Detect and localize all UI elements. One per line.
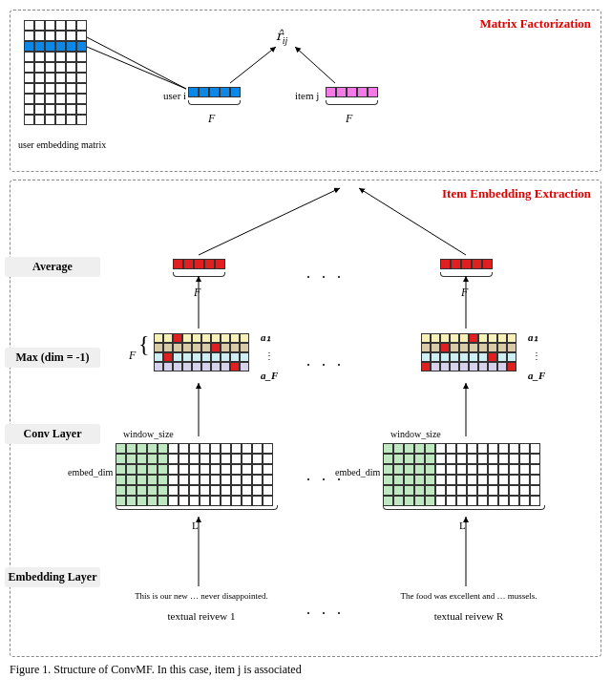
svg-line-1 (87, 37, 186, 89)
svg-line-4 (199, 188, 340, 255)
L-brace-right (383, 505, 545, 510)
iee-title: Item Embedding Extraction (442, 186, 591, 202)
avg-vector-left (173, 259, 225, 269)
user-F-label: F (208, 112, 215, 126)
review-1-text: This is our new … never disappointed. (106, 591, 297, 601)
feature-map-left (154, 333, 249, 371)
user-i-vector (188, 87, 241, 97)
stage-embedding-label: Embedding Layer (5, 567, 100, 587)
ellipsis-reviews: . . . (306, 601, 345, 618)
ellipsis-avg: . . . (306, 265, 345, 282)
avg-brace-right (440, 272, 493, 277)
window-size-right: window_size (390, 429, 441, 439)
a1-left: a₁ (261, 331, 270, 344)
avg-brace-left (173, 272, 225, 277)
item-brace (326, 100, 378, 105)
predicted-rating: r̂ij (276, 28, 287, 46)
stage-conv-label: Conv Layer (5, 424, 100, 444)
vdots-left: ⋮ (264, 350, 274, 361)
user-matrix-label: user embedding matrix (18, 139, 106, 150)
avg-F-right: F (461, 286, 468, 300)
review-R-label: textual reivew R (373, 610, 564, 622)
L-right: L (459, 520, 466, 531)
aF-left: a_F (261, 370, 278, 381)
feature-map-right (421, 333, 516, 371)
stage-max-label: Max (dim = -1) (5, 348, 100, 368)
user-embedding-matrix (24, 20, 87, 125)
stage-average-label: Average (5, 257, 100, 277)
avg-vector-right (440, 259, 493, 269)
user-i-label: user i (163, 90, 186, 101)
figure-convmf: Matrix Factorization user embedding matr… (10, 10, 601, 677)
review-1-label: textual reivew 1 (106, 610, 297, 622)
embed-dim-left: embed_dim (68, 467, 113, 477)
item-j-vector (326, 87, 378, 97)
aF-right: a_F (528, 370, 545, 381)
svg-line-0 (87, 47, 186, 89)
item-embedding-extraction-panel: Item Embedding Extraction Average Max (d… (10, 180, 601, 657)
embedding-grid-left (116, 443, 273, 506)
window-size-left: window_size (123, 429, 174, 439)
ellipsis-fmap: . . . (306, 352, 345, 370)
avg-F-left: F (194, 286, 200, 300)
fmap-F-left: F (129, 349, 136, 363)
svg-line-2 (230, 47, 276, 83)
vdots-right: ⋮ (532, 350, 541, 361)
a1-right: a₁ (528, 331, 537, 344)
figure-caption: Figure 1. Structure of ConvMF. In this c… (10, 663, 601, 677)
mf-title: Matrix Factorization (479, 16, 591, 32)
matrix-factorization-panel: Matrix Factorization user embedding matr… (10, 10, 601, 172)
fmap-brace-left: { (138, 331, 150, 357)
svg-line-3 (295, 47, 335, 83)
user-brace (188, 100, 241, 105)
item-F-label: F (346, 112, 352, 126)
item-j-label: item j (295, 90, 319, 101)
review-R-text: The food was excellent and … mussels. (373, 591, 564, 601)
ellipsis-emb: . . . (306, 467, 345, 484)
L-left: L (192, 520, 199, 531)
L-brace-left (116, 505, 278, 510)
embedding-grid-right (383, 443, 540, 506)
